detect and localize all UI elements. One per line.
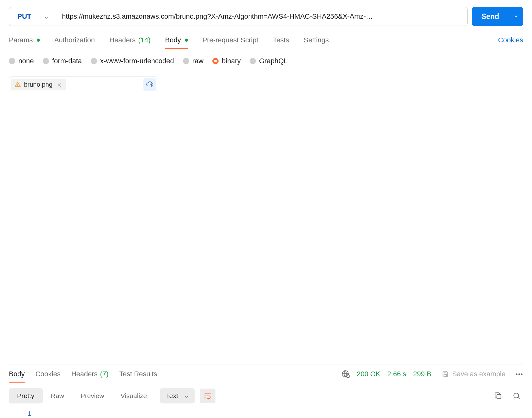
request-url-text: https://mukezhz.s3.amazonaws.com/bruno.p… <box>62 12 373 21</box>
view-visualize[interactable]: Visualize <box>112 388 155 403</box>
body-type-graphql[interactable]: GraphQL <box>250 57 288 65</box>
network-globe-icon[interactable] <box>342 370 350 378</box>
response-tab-test-results[interactable]: Test Results <box>119 370 157 383</box>
view-raw[interactable]: Raw <box>43 388 72 403</box>
response-tab-cookies[interactable]: Cookies <box>35 370 60 383</box>
svg-rect-7 <box>444 374 446 376</box>
svg-line-12 <box>518 397 519 399</box>
file-chip[interactable]: bruno.png <box>11 79 66 90</box>
line-number: 1 <box>9 409 37 418</box>
response-status: 200 OK <box>357 370 380 378</box>
tab-params[interactable]: Params <box>9 36 40 49</box>
radio-icon <box>9 58 15 64</box>
send-dropdown-toggle[interactable] <box>509 7 523 26</box>
body-type-none[interactable]: none <box>9 57 34 65</box>
tab-headers[interactable]: Headers (14) <box>109 36 150 49</box>
binary-file-block: bruno.png <box>9 77 158 92</box>
wrap-lines-button[interactable] <box>200 389 215 403</box>
send-button-label: Send <box>472 12 509 21</box>
view-pretty[interactable]: Pretty <box>9 388 43 403</box>
http-method-select[interactable]: PUT <box>9 7 55 26</box>
svg-point-1 <box>18 86 18 86</box>
remove-file-icon[interactable] <box>57 82 62 87</box>
warning-icon <box>15 81 21 88</box>
body-type-xwww[interactable]: x-www-form-urlencoded <box>91 57 174 65</box>
upload-file-button[interactable] <box>143 78 156 91</box>
radio-icon <box>91 58 97 64</box>
send-button[interactable]: Send <box>472 7 523 26</box>
dot-indicator-icon <box>185 39 188 42</box>
dot-indicator-icon <box>37 39 40 42</box>
response-tab-body[interactable]: Body <box>9 370 25 383</box>
radio-icon <box>250 58 256 64</box>
body-type-raw[interactable]: raw <box>183 57 203 65</box>
tab-tests[interactable]: Tests <box>273 36 289 49</box>
svg-rect-10 <box>497 395 501 399</box>
cookies-link[interactable]: Cookies <box>498 36 523 49</box>
save-as-example-button[interactable]: Save as example <box>441 370 505 378</box>
response-size: 299 B <box>413 370 432 378</box>
response-view-mode: Pretty Raw Preview Visualize <box>9 388 155 403</box>
file-name: bruno.png <box>24 81 52 88</box>
body-type-binary[interactable]: binary <box>212 57 241 65</box>
search-response-button[interactable] <box>512 392 521 400</box>
tab-body[interactable]: Body <box>165 36 188 49</box>
response-time: 2.66 s <box>387 370 406 378</box>
tab-settings[interactable]: Settings <box>304 36 329 49</box>
chevron-down-icon <box>184 393 189 398</box>
save-icon <box>441 370 449 378</box>
response-tab-headers[interactable]: Headers (7) <box>71 370 109 383</box>
http-method-label: PUT <box>17 12 31 21</box>
copy-response-button[interactable] <box>494 392 502 400</box>
svg-point-11 <box>514 393 518 398</box>
tab-authorization[interactable]: Authorization <box>54 36 95 49</box>
request-url-input[interactable]: https://mukezhz.s3.amazonaws.com/bruno.p… <box>55 7 467 26</box>
radio-selected-icon <box>212 58 219 64</box>
view-preview[interactable]: Preview <box>72 388 112 403</box>
line-content <box>37 409 523 418</box>
tab-prerequest-script[interactable]: Pre-request Script <box>203 36 258 49</box>
chevron-down-icon <box>44 14 49 19</box>
body-type-form-data[interactable]: form-data <box>43 57 82 65</box>
response-format-select[interactable]: Text <box>160 388 195 403</box>
response-editor[interactable]: 1 <box>9 409 523 418</box>
radio-icon <box>183 58 189 64</box>
radio-icon <box>43 58 49 64</box>
more-options-button[interactable] <box>515 373 523 375</box>
